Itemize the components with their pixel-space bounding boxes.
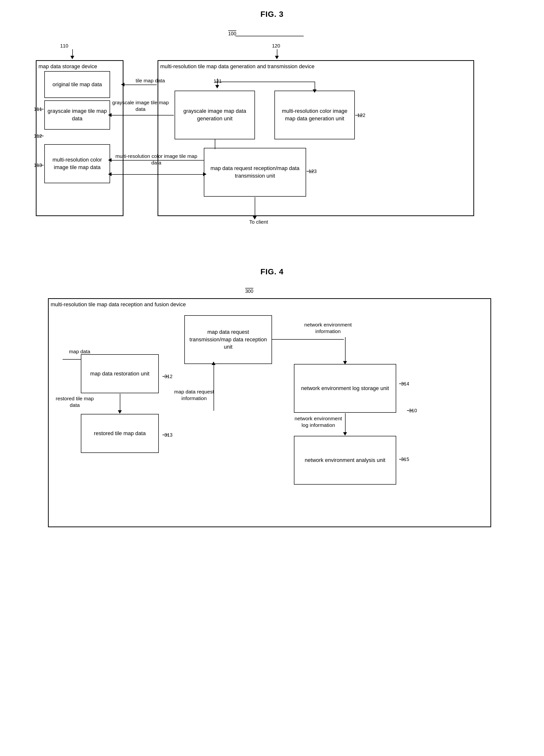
box-net-analysis: network environment analysis unit — [294, 436, 396, 485]
box-request: map data request reception/map data tran… — [204, 148, 306, 197]
ref-300: 300 — [245, 288, 253, 294]
box-restoration: map data restoration unit — [81, 354, 159, 393]
ref-120: 120 — [272, 43, 280, 49]
label-net-env-log: network environment log information — [294, 415, 342, 429]
box-color-gen: multi-resolution color image map data ge… — [274, 91, 355, 139]
box-request-4: map data request transmission/map data r… — [184, 315, 272, 364]
box-gray-store: grayscale image tile map data — [44, 100, 110, 130]
box-gray-gen: grayscale image map data generation unit — [175, 91, 255, 139]
box-restored: restored tile map data — [81, 414, 159, 453]
ref-110: 110 — [60, 43, 68, 49]
box-net-log: network environment log storage unit — [294, 364, 396, 413]
label-net-env-info: network environment information — [304, 321, 352, 335]
label-map-data: map data — [63, 348, 97, 355]
label-restored-tile: restored tile map data — [54, 395, 96, 409]
label-multi: multi-resolution color image tile map da… — [113, 153, 200, 166]
ref-100: 100 — [228, 31, 236, 37]
label-client: To client — [240, 219, 277, 225]
label-gray: grayscale image tile map data — [111, 99, 170, 113]
box-multi-store: multi-resolution color image tile map da… — [44, 144, 110, 183]
fig3-diagram: 100 110 120 map data storage device orig… — [29, 29, 515, 248]
box-orig-tile: original tile map data — [44, 71, 110, 98]
fig3-title: FIG. 3 — [15, 10, 529, 19]
fig4-title: FIG. 4 — [15, 267, 529, 276]
label-tile: tile map data — [126, 77, 175, 84]
label-map-request: map data request information — [172, 388, 216, 402]
fig4-diagram: 300 multi-resolution tile map data recep… — [41, 286, 503, 535]
